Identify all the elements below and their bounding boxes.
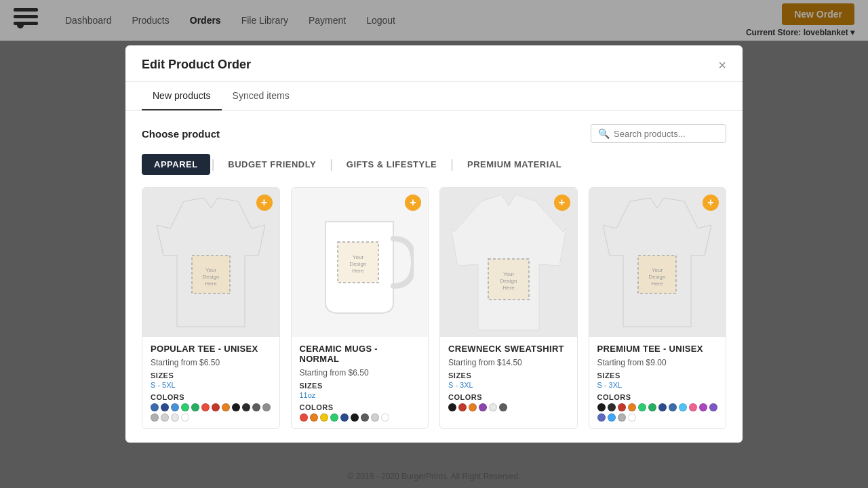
- color-swatch[interactable]: [212, 403, 220, 411]
- color-swatch[interactable]: [330, 413, 338, 422]
- product-info-premium-tee: PREMIUM TEE - UNISEX Starting from $9.00…: [589, 337, 726, 428]
- modal-title: Edit Product Order: [142, 58, 251, 72]
- color-swatch[interactable]: [658, 403, 667, 411]
- modal-header: Edit Product Order ×: [125, 45, 743, 82]
- product-card-crewneck[interactable]: Your Design Here + CREWNECK SWEATSHIRT S…: [439, 187, 578, 429]
- color-swatch[interactable]: [479, 403, 487, 411]
- svg-text:Here: Here: [502, 285, 515, 291]
- color-dots-crewneck: [448, 403, 569, 411]
- color-swatch[interactable]: [597, 403, 606, 411]
- svg-text:Here: Here: [652, 281, 664, 287]
- product-grid: Your Design Here + POPULAR TEE - UNISEX …: [142, 187, 726, 429]
- product-image-ceramic-mugs: Your Design Here +: [292, 188, 429, 337]
- color-swatch[interactable]: [361, 413, 369, 422]
- choose-product-label: Choose product: [142, 128, 220, 140]
- color-swatch[interactable]: [618, 413, 626, 422]
- color-swatch[interactable]: [171, 403, 179, 411]
- pill-premium-material[interactable]: PREMIUM MATERIAL: [455, 154, 574, 175]
- add-product-premium-tee[interactable]: +: [703, 195, 719, 211]
- color-dots-ceramic-mugs: [300, 413, 420, 422]
- product-card-premium-tee[interactable]: Your Design Here + PREMIUM TEE - UNISEX …: [589, 187, 727, 429]
- sizes-label-ceramic-mugs: SIZES: [300, 382, 420, 390]
- color-swatch[interactable]: [608, 413, 616, 422]
- tab-new-products[interactable]: New products: [142, 82, 222, 110]
- svg-text:Your: Your: [503, 271, 515, 277]
- color-swatch[interactable]: [151, 403, 159, 411]
- color-swatch[interactable]: [191, 403, 199, 411]
- product-info-popular-tee: POPULAR TEE - UNISEX Starting from $6.50…: [142, 337, 279, 428]
- sizes-value-crewneck: S - 3XL: [448, 381, 569, 389]
- color-swatch[interactable]: [499, 403, 507, 411]
- tab-synced-items[interactable]: Synced items: [222, 82, 300, 110]
- product-image-crewneck: Your Design Here +: [440, 188, 577, 337]
- product-price-ceramic-mugs: Starting from $6.50: [300, 368, 420, 378]
- color-swatch[interactable]: [489, 403, 497, 411]
- color-swatch[interactable]: [669, 403, 677, 411]
- color-swatch[interactable]: [381, 413, 389, 422]
- svg-text:Design: Design: [202, 274, 219, 280]
- sizes-value-ceramic-mugs: 11oz: [300, 391, 420, 399]
- color-swatch[interactable]: [181, 413, 189, 422]
- color-swatch[interactable]: [151, 413, 159, 422]
- color-swatch[interactable]: [242, 403, 250, 411]
- color-swatch[interactable]: [161, 403, 169, 411]
- color-swatch[interactable]: [171, 413, 179, 422]
- color-swatch[interactable]: [469, 403, 477, 411]
- color-swatch[interactable]: [597, 413, 606, 422]
- separator-3: |: [449, 157, 455, 171]
- modal-close-button[interactable]: ×: [718, 58, 726, 72]
- color-swatch[interactable]: [351, 413, 359, 422]
- modal-overlay: Edit Product Order × New products Synced…: [0, 0, 868, 488]
- color-swatch[interactable]: [618, 403, 626, 411]
- product-price-crewneck: Starting from $14.50: [448, 358, 569, 367]
- search-input[interactable]: [614, 129, 719, 139]
- color-swatch[interactable]: [371, 413, 379, 422]
- color-swatch[interactable]: [181, 403, 189, 411]
- pill-apparel[interactable]: APPAREL: [142, 154, 210, 175]
- color-swatch[interactable]: [222, 403, 230, 411]
- product-name-ceramic-mugs: CERAMIC MUGS - NORMAL: [300, 344, 420, 364]
- color-swatch[interactable]: [628, 403, 636, 411]
- color-swatch[interactable]: [252, 403, 260, 411]
- color-swatch[interactable]: [679, 403, 687, 411]
- pill-budget-friendly[interactable]: BUDGET FRIENDLY: [216, 154, 328, 175]
- product-card-popular-tee[interactable]: Your Design Here + POPULAR TEE - UNISEX …: [142, 187, 280, 429]
- color-swatch[interactable]: [201, 403, 210, 411]
- color-swatch[interactable]: [448, 403, 456, 411]
- color-swatch[interactable]: [310, 413, 318, 422]
- color-swatch[interactable]: [262, 403, 271, 411]
- product-card-ceramic-mugs[interactable]: Your Design Here + CERAMIC MUGS - NORMAL…: [291, 187, 429, 429]
- category-pills: APPAREL | BUDGET FRIENDLY | GIFTS & LIFE…: [142, 154, 726, 175]
- color-swatch[interactable]: [648, 403, 656, 411]
- color-swatch[interactable]: [608, 403, 616, 411]
- colors-label-premium-tee: COLORS: [597, 393, 718, 401]
- product-image-premium-tee: Your Design Here +: [589, 188, 726, 337]
- color-swatch[interactable]: [689, 403, 697, 411]
- color-swatch[interactable]: [709, 403, 717, 411]
- color-swatch[interactable]: [699, 403, 707, 411]
- separator-2: |: [328, 157, 334, 171]
- color-swatch[interactable]: [458, 403, 467, 411]
- color-swatch[interactable]: [638, 403, 646, 411]
- add-product-ceramic-mugs[interactable]: +: [405, 195, 421, 211]
- pill-gifts-lifestyle[interactable]: GIFTS & LIFESTYLE: [334, 154, 449, 175]
- svg-text:Design: Design: [649, 274, 666, 280]
- product-info-ceramic-mugs: CERAMIC MUGS - NORMAL Starting from $6.5…: [292, 337, 429, 428]
- color-swatch[interactable]: [300, 413, 308, 422]
- add-product-crewneck[interactable]: +: [554, 195, 570, 211]
- sizes-label-premium-tee: SIZES: [597, 371, 718, 380]
- sizes-label-crewneck: SIZES: [448, 371, 569, 380]
- svg-text:Design: Design: [350, 261, 367, 267]
- color-swatch[interactable]: [161, 413, 169, 422]
- search-box: 🔍: [591, 124, 726, 143]
- separator-1: |: [210, 157, 216, 171]
- svg-text:Here: Here: [205, 281, 217, 287]
- color-swatch[interactable]: [628, 413, 636, 422]
- svg-text:Here: Here: [353, 268, 365, 274]
- color-swatch[interactable]: [340, 413, 349, 422]
- sizes-label-popular-tee: SIZES: [151, 371, 271, 380]
- add-product-popular-tee[interactable]: +: [256, 195, 273, 211]
- search-icon: 🔍: [598, 128, 610, 139]
- color-swatch[interactable]: [320, 413, 328, 422]
- color-swatch[interactable]: [232, 403, 240, 411]
